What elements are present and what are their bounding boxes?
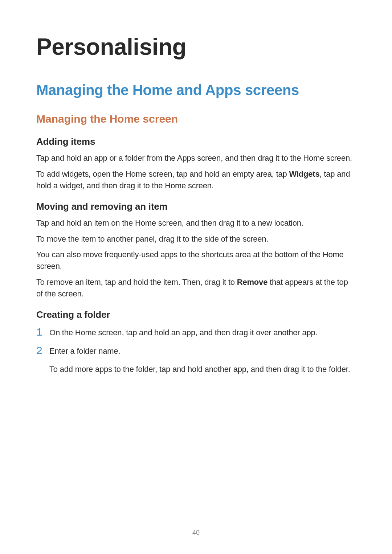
text-bold-widgets: Widgets (289, 169, 320, 178)
paragraph: Tap and hold an app or a folder from the… (36, 152, 356, 164)
list-item-text: On the Home screen, tap and hold an app,… (49, 327, 356, 338)
page-number: 40 (0, 529, 392, 537)
document-page: Personalising Managing the Home and Apps… (0, 0, 392, 554)
text-bold-remove: Remove (237, 278, 268, 287)
paragraph: To move the item to another panel, drag … (36, 233, 356, 245)
text-run: To remove an item, tap and hold the item… (36, 278, 237, 287)
paragraph: To add widgets, open the Home screen, ta… (36, 168, 356, 192)
list-item: 1 On the Home screen, tap and hold an ap… (36, 327, 356, 339)
block-title-moving-removing: Moving and removing an item (36, 201, 356, 212)
subsection-title: Managing the Home screen (36, 113, 356, 125)
section-title: Managing the Home and Apps screens (36, 82, 356, 98)
paragraph: You can also move frequently-used apps t… (36, 249, 356, 272)
paragraph: Tap and hold an item on the Home screen,… (36, 217, 356, 229)
list-item: 2 Enter a folder name. To add more apps … (36, 345, 356, 375)
chapter-title: Personalising (36, 33, 356, 60)
list-item-text: Enter a folder name. (49, 345, 356, 357)
list-item-subtext: To add more apps to the folder, tap and … (49, 364, 356, 375)
list-number: 1 (36, 326, 49, 338)
block-title-adding-items: Adding items (36, 136, 356, 147)
numbered-list: 1 On the Home screen, tap and hold an ap… (36, 327, 356, 375)
list-number: 2 (36, 344, 49, 356)
text-run: To add widgets, open the Home screen, ta… (36, 169, 289, 178)
paragraph: To remove an item, tap and hold the item… (36, 276, 356, 300)
list-item-body: Enter a folder name. To add more apps to… (49, 345, 356, 375)
block-title-creating-folder: Creating a folder (36, 309, 356, 320)
